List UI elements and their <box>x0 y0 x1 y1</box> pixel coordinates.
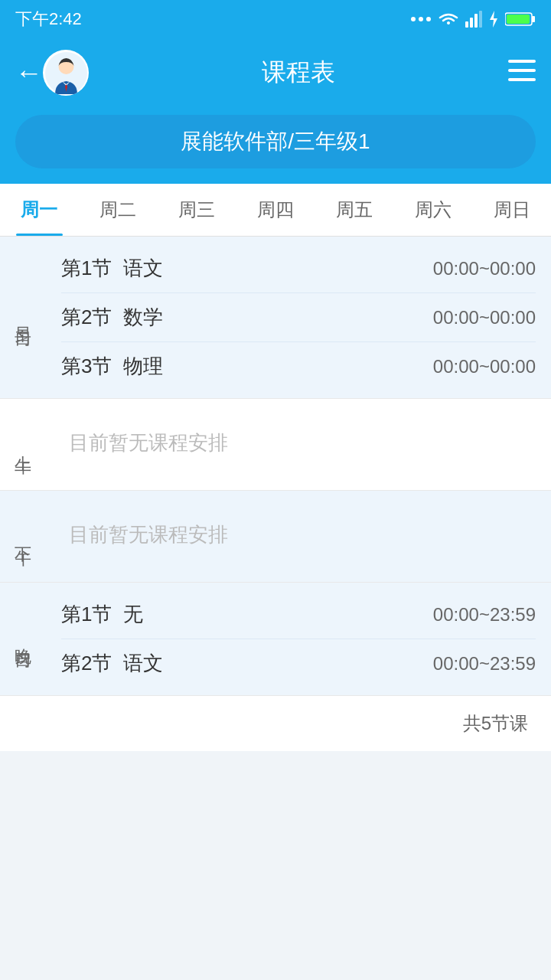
course-name: 第3节 物理 <box>61 353 163 380</box>
period-label-morning: 上午 <box>0 399 46 490</box>
svg-rect-4 <box>470 18 473 28</box>
svg-rect-8 <box>532 16 535 22</box>
course-item[interactable]: 第3节 物理 00:00~00:00 <box>61 342 536 390</box>
menu-icon <box>508 60 536 81</box>
course-item[interactable]: 第1节 语文 00:00~00:00 <box>61 244 536 293</box>
period-label-afternoon: 下午 <box>0 491 46 582</box>
empty-message-morning: 目前暂无课程安排 <box>61 407 536 479</box>
svg-point-0 <box>411 17 416 21</box>
tab-tuesday[interactable]: 周二 <box>79 184 158 236</box>
svg-rect-5 <box>474 14 478 28</box>
menu-button[interactable] <box>508 60 536 87</box>
status-time: 下午2:42 <box>15 8 82 31</box>
status-bar: 下午2:42 <box>0 0 551 38</box>
signal-dots-icon <box>410 14 432 24</box>
course-name: 第1节 语文 <box>61 255 163 282</box>
svg-point-2 <box>426 17 431 21</box>
period-label-evening-self-study: 晚自习 <box>0 583 46 695</box>
battery-icon <box>505 11 536 27</box>
svg-rect-9 <box>507 15 530 24</box>
weekday-tabs: 周一 周二 周三 周四 周五 周六 周日 <box>0 184 551 237</box>
course-item[interactable]: 第2节 数学 00:00~00:00 <box>61 293 536 342</box>
tab-saturday[interactable]: 周六 <box>393 184 472 236</box>
cellular-icon <box>465 11 482 28</box>
period-label-morning-self-study: 早自习 <box>0 237 46 398</box>
svg-rect-14 <box>508 78 536 81</box>
svg-rect-12 <box>508 60 536 63</box>
period-content-morning: 目前暂无课程安排 <box>46 399 551 490</box>
class-selector-area: 展能软件部/三年级1 <box>0 107 551 184</box>
svg-rect-6 <box>479 11 482 28</box>
back-button[interactable]: ← <box>15 57 43 89</box>
status-icons <box>410 11 536 28</box>
summary: 共5节课 <box>0 696 551 751</box>
course-name: 第2节 语文 <box>61 650 163 677</box>
svg-point-1 <box>419 17 423 21</box>
period-content-afternoon: 目前暂无课程安排 <box>46 491 551 582</box>
tab-thursday[interactable]: 周四 <box>236 184 315 236</box>
tab-friday[interactable]: 周五 <box>315 184 393 236</box>
svg-rect-13 <box>508 69 536 72</box>
course-time: 00:00~23:59 <box>433 604 536 626</box>
wifi-icon <box>438 11 459 28</box>
schedule-container: 早自习 第1节 语文 00:00~00:00 第2节 数学 00:00~00:0… <box>0 237 551 696</box>
period-morning: 上午 目前暂无课程安排 <box>0 399 551 491</box>
course-time: 00:00~23:59 <box>433 653 536 675</box>
course-time: 00:00~00:00 <box>433 258 536 279</box>
avatar <box>43 50 89 96</box>
period-afternoon: 下午 目前暂无课程安排 <box>0 491 551 583</box>
svg-rect-3 <box>465 21 468 28</box>
empty-message-afternoon: 目前暂无课程安排 <box>61 498 536 571</box>
period-content-evening-self-study: 第1节 无 00:00~23:59 第2节 语文 00:00~23:59 <box>46 583 551 695</box>
bottom-area <box>0 751 551 980</box>
course-name: 第2节 数学 <box>61 304 163 331</box>
page-title: 课程表 <box>89 56 508 90</box>
period-morning-self-study: 早自习 第1节 语文 00:00~00:00 第2节 数学 00:00~00:0… <box>0 237 551 399</box>
tab-wednesday[interactable]: 周三 <box>158 184 236 236</box>
class-selector-button[interactable]: 展能软件部/三年级1 <box>15 115 536 168</box>
avatar-image <box>45 52 87 94</box>
tab-sunday[interactable]: 周日 <box>472 184 551 236</box>
period-content-morning-self-study: 第1节 语文 00:00~00:00 第2节 数学 00:00~00:00 第3… <box>46 237 551 398</box>
course-time: 00:00~00:00 <box>433 307 536 328</box>
period-evening-self-study: 晚自习 第1节 无 00:00~23:59 第2节 语文 00:00~23:59 <box>0 583 551 696</box>
course-time: 00:00~00:00 <box>433 356 536 377</box>
course-item[interactable]: 第1节 无 00:00~23:59 <box>61 590 536 639</box>
header: ← 课程表 <box>0 38 551 107</box>
course-name: 第1节 无 <box>61 601 143 628</box>
charging-icon <box>488 11 499 28</box>
tab-monday[interactable]: 周一 <box>0 184 79 236</box>
summary-text: 共5节课 <box>463 713 528 733</box>
course-item[interactable]: 第2节 语文 00:00~23:59 <box>61 639 536 688</box>
